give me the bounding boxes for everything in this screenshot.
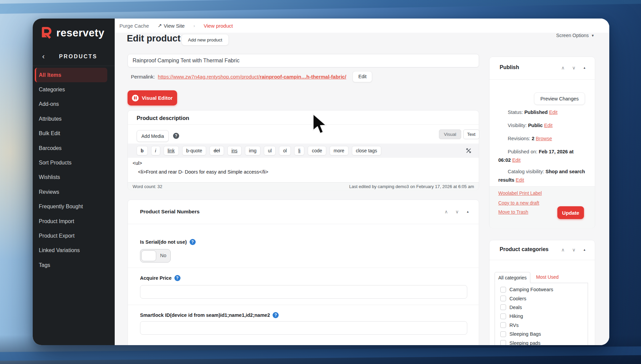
toolbar-ol-button[interactable]: ol bbox=[279, 146, 291, 155]
sidebar-item-sort-products[interactable]: Sort Products bbox=[35, 155, 107, 170]
copy-to-new-draft-link[interactable]: Copy to a new draft bbox=[498, 200, 539, 206]
toolbar-code-button[interactable]: code bbox=[308, 146, 326, 155]
toolbar-close-tags-button[interactable]: close tags bbox=[352, 146, 381, 155]
toolbar-more-button[interactable]: more bbox=[330, 146, 349, 155]
is-serial-toggle[interactable]: No bbox=[140, 249, 171, 263]
panel-toggle-icon[interactable]: ▲ bbox=[583, 248, 586, 251]
sidebar-item-frequently-bought[interactable]: Frequently Bought bbox=[35, 200, 107, 214]
categories-list-box: Camping Footwears Coolers Deals Hik bbox=[495, 283, 588, 345]
sidebar-item-product-export[interactable]: Product Export bbox=[35, 229, 107, 243]
sidebar-item-add-ons[interactable]: Add-ons bbox=[35, 97, 107, 112]
move-up-icon[interactable]: ∧ bbox=[561, 65, 565, 70]
category-label: RVs bbox=[509, 323, 519, 328]
tab-most-used[interactable]: Most Used bbox=[536, 274, 559, 280]
permalink-url-link[interactable]: https://www.zw7n4ag.rentyshop.com/produc… bbox=[158, 74, 346, 80]
update-button[interactable]: Update bbox=[557, 206, 584, 219]
move-down-icon[interactable]: ∨ bbox=[572, 247, 576, 252]
external-arrow-icon: ↗ bbox=[158, 23, 162, 29]
screen-options-button[interactable]: Screen Options ▼ bbox=[556, 33, 594, 38]
sidebar-item-product-import[interactable]: Product Import bbox=[35, 214, 107, 229]
toolbar-bold-button[interactable]: b bbox=[137, 146, 148, 155]
sidebar: reservety ‹ PRODUCTS All Items Categorie… bbox=[33, 19, 115, 345]
permalink-edit-button[interactable]: Edit bbox=[353, 71, 372, 82]
checkbox[interactable] bbox=[500, 287, 506, 293]
category-label: Sleeping pads bbox=[509, 340, 540, 345]
toolbar-italic-button[interactable]: i bbox=[151, 146, 160, 155]
sidebar-item-reviews[interactable]: Reviews bbox=[35, 185, 107, 199]
sidebar-item-wishlists[interactable]: Wishlists bbox=[35, 170, 107, 185]
editor-textarea[interactable]: <ul> <li>Front and rear D- Doors for eas… bbox=[128, 158, 479, 182]
catalog-visibility-row: Catalog visibility: Shop and search resu… bbox=[498, 168, 587, 184]
toolbar-del-button[interactable]: del bbox=[210, 146, 224, 155]
published-on-row: Published on: Feb 17, 2026 at 06:02 Edit bbox=[498, 148, 587, 164]
sidebar-item-label: Reviews bbox=[39, 189, 59, 195]
status-label: Status: bbox=[508, 110, 523, 115]
category-row-sleeping-pads: Sleeping pads bbox=[495, 338, 588, 345]
checkbox[interactable] bbox=[500, 331, 506, 337]
published-on-edit-link[interactable]: Edit bbox=[512, 157, 521, 163]
toolbar-link-button[interactable]: link bbox=[164, 146, 179, 155]
smartlock-id-input[interactable] bbox=[140, 321, 467, 335]
move-down-icon[interactable]: ∨ bbox=[455, 209, 459, 214]
purge-cache-link[interactable]: Purge Cache bbox=[119, 23, 149, 29]
sidebar-item-barcodes[interactable]: Barcodes bbox=[35, 141, 107, 155]
checkbox[interactable] bbox=[500, 304, 506, 310]
status-edit-link[interactable]: Edit bbox=[549, 110, 558, 115]
toolbar-li-button[interactable]: li bbox=[294, 146, 304, 155]
help-icon[interactable]: ? bbox=[174, 275, 180, 281]
help-icon[interactable]: ? bbox=[190, 239, 196, 245]
add-media-button[interactable]: Add Media bbox=[137, 130, 169, 142]
catalog-visibility-edit-link[interactable]: Edit bbox=[516, 177, 524, 183]
add-new-product-button[interactable]: Add new product bbox=[182, 34, 229, 46]
divider bbox=[490, 79, 595, 80]
move-up-icon[interactable]: ∧ bbox=[445, 209, 448, 214]
sidebar-item-linked-variations[interactable]: Linked Variations bbox=[35, 243, 107, 258]
visibility-edit-link[interactable]: Edit bbox=[544, 123, 553, 128]
help-icon[interactable]: ? bbox=[273, 312, 279, 318]
checkbox[interactable] bbox=[500, 296, 506, 301]
sidebar-item-attributes[interactable]: Attributes bbox=[35, 112, 107, 126]
tab-visual[interactable]: Visual bbox=[439, 129, 461, 139]
move-to-trash-link[interactable]: Move to Trash bbox=[498, 209, 528, 215]
panel-toggle-icon[interactable]: ▲ bbox=[466, 210, 469, 213]
sidebar-item-bulk-edit[interactable]: Bulk Edit bbox=[35, 126, 107, 141]
publish-panel: Publish ∧ ∨ ▲ Preview Changes Status: Pu… bbox=[489, 57, 595, 228]
checkbox[interactable] bbox=[500, 340, 506, 345]
panel-toggle-icon[interactable]: ▲ bbox=[583, 66, 586, 69]
main-area: Purge Cache ↗ View Site › View product E… bbox=[115, 19, 609, 345]
move-up-icon[interactable]: ∧ bbox=[561, 247, 565, 252]
sidebar-item-tags[interactable]: Tags bbox=[35, 258, 107, 272]
toolbar-img-button[interactable]: img bbox=[245, 146, 261, 155]
view-site-link[interactable]: ↗ View Site bbox=[158, 23, 185, 29]
permalink-row: Permalink: https://www.zw7n4ag.rentyshop… bbox=[131, 71, 372, 82]
checkbox[interactable] bbox=[500, 313, 506, 319]
tab-text[interactable]: Text bbox=[463, 129, 479, 139]
tab-all-categories[interactable]: All categories bbox=[495, 272, 530, 283]
category-label: Sleeping Bags bbox=[509, 331, 541, 337]
sidebar-item-label: Linked Variations bbox=[39, 247, 80, 253]
description-help-icon[interactable]: ? bbox=[173, 133, 179, 139]
toolbar-ul-button[interactable]: ul bbox=[264, 146, 276, 155]
sidebar-item-label: Product Export bbox=[39, 233, 75, 239]
sidebar-item-categories[interactable]: Categories bbox=[35, 82, 107, 97]
woolabel-print-label-link[interactable]: Woolabel Print Label bbox=[498, 190, 542, 196]
fullscreen-icon[interactable] bbox=[466, 148, 471, 153]
sidebar-collapse-icon[interactable]: ‹ bbox=[42, 52, 45, 61]
preview-changes-button[interactable]: Preview Changes bbox=[534, 92, 585, 105]
sidebar-item-all-items[interactable]: All Items bbox=[35, 68, 107, 82]
toolbar-ins-button[interactable]: ins bbox=[227, 146, 242, 155]
checkbox[interactable] bbox=[500, 322, 506, 328]
published-on-label: Published on: bbox=[508, 149, 537, 154]
visual-editor-button[interactable]: Visual Editor bbox=[128, 90, 177, 105]
sidebar-item-label: Barcodes bbox=[39, 145, 62, 151]
acquire-price-input[interactable] bbox=[140, 285, 467, 299]
page-title: Edit product bbox=[127, 33, 180, 44]
product-title-input[interactable] bbox=[128, 54, 479, 67]
sidebar-divider bbox=[33, 66, 115, 66]
mouse-cursor bbox=[312, 113, 328, 136]
sidebar-section-label: PRODUCTS bbox=[59, 54, 97, 60]
move-down-icon[interactable]: ∨ bbox=[572, 65, 576, 70]
toolbar-bquote-button[interactable]: b-quote bbox=[182, 146, 206, 155]
revisions-browse-link[interactable]: Browse bbox=[536, 136, 552, 141]
view-product-link[interactable]: View product bbox=[204, 23, 233, 29]
